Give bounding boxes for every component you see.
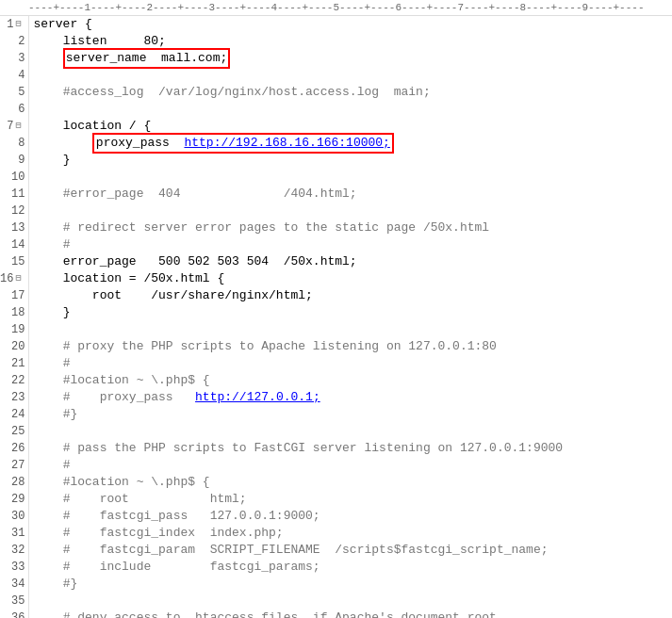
code-line: } bbox=[33, 304, 672, 321]
indent bbox=[33, 491, 62, 508]
code-token: root /usr/share/nginx/html; bbox=[92, 287, 313, 304]
indent bbox=[33, 118, 62, 135]
code-token: # pass the PHP scripts to FastCGI server… bbox=[63, 440, 564, 457]
code-line: # deny access to .htaccess files, if Apa… bbox=[33, 610, 672, 618]
code-token: http://192.168.16.166:10000; bbox=[184, 135, 389, 152]
code-token: } bbox=[63, 304, 71, 321]
line-number: 11 bbox=[0, 186, 28, 203]
code-token: # fastcgi_param SCRIPT_FILENAME /scripts… bbox=[63, 542, 549, 559]
code-token: #} bbox=[63, 576, 78, 593]
fold-icon[interactable]: ⊟ bbox=[15, 16, 25, 33]
code-token: # bbox=[63, 236, 71, 253]
line-num-label: 10 bbox=[11, 169, 25, 186]
indent bbox=[33, 236, 62, 253]
code-content: server { listen 80; server_name mall.com… bbox=[29, 16, 672, 618]
line-num-label: 8 bbox=[18, 135, 25, 152]
code-token: #} bbox=[63, 406, 78, 423]
code-token: # bbox=[63, 355, 71, 372]
line-numbers: 1⊟234567⊟8910111213141516⊟17181920212223… bbox=[0, 16, 29, 618]
code-token: server_name bbox=[66, 50, 147, 67]
code-token: # proxy the PHP scripts to Apache listen… bbox=[63, 338, 497, 355]
code-token: # deny access to .htaccess files, if Apa… bbox=[63, 610, 497, 618]
line-num-label: 21 bbox=[11, 355, 25, 372]
line-number: 3 bbox=[0, 50, 28, 67]
code-line: server_name mall.com; bbox=[33, 50, 672, 67]
code-token: location = /50x.html { bbox=[63, 270, 225, 287]
code-line: # proxy_pass http://127.0.0.1; bbox=[33, 389, 672, 406]
indent bbox=[33, 525, 62, 542]
code-line bbox=[33, 203, 672, 220]
code-line: #} bbox=[33, 576, 672, 593]
line-num-label: 9 bbox=[18, 152, 25, 169]
indent bbox=[33, 474, 62, 491]
code-line: # redirect server error pages to the sta… bbox=[33, 220, 672, 236]
line-num-label: 15 bbox=[11, 253, 25, 270]
line-number: 16⊟ bbox=[0, 270, 28, 287]
line-num-label: 36 bbox=[11, 610, 25, 618]
line-num-label: 33 bbox=[11, 559, 25, 576]
code-token: error_page 500 502 503 504 /50x.html; bbox=[63, 253, 357, 270]
indent bbox=[33, 84, 62, 101]
code-line bbox=[33, 321, 672, 338]
fold-icon[interactable]: ⊟ bbox=[15, 270, 25, 287]
line-num-label: 22 bbox=[11, 372, 25, 389]
indent bbox=[33, 389, 62, 406]
code-token: http://127.0.0.1; bbox=[195, 389, 320, 406]
code-token: #access_log /var/log/nginx/host.access.l… bbox=[63, 84, 431, 101]
code-line: #location ~ \.php$ { bbox=[33, 474, 672, 491]
line-num-label: 11 bbox=[11, 186, 25, 203]
line-num-label: 27 bbox=[11, 457, 25, 474]
line-number: 12 bbox=[0, 203, 28, 220]
line-number: 2 bbox=[0, 33, 28, 50]
code-token: mall.com; bbox=[146, 50, 227, 67]
line-num-label: 13 bbox=[11, 220, 25, 236]
code-line: # root html; bbox=[33, 491, 672, 508]
code-token: server bbox=[33, 16, 77, 33]
indent bbox=[33, 406, 62, 423]
line-num-label: 7 bbox=[7, 118, 13, 135]
line-number: 28 bbox=[0, 474, 28, 491]
line-number: 32 bbox=[0, 542, 28, 559]
line-num-label: 6 bbox=[18, 101, 25, 118]
indent bbox=[33, 186, 62, 203]
indent bbox=[33, 33, 62, 50]
indent bbox=[33, 457, 62, 474]
line-num-label: 23 bbox=[11, 389, 25, 406]
line-num-label: 32 bbox=[11, 542, 25, 559]
code-token: # fastcgi_index index.php; bbox=[63, 525, 284, 542]
code-token: proxy_pass bbox=[96, 135, 185, 152]
code-line: error_page 500 502 503 504 /50x.html; bbox=[33, 253, 672, 270]
code-line: location = /50x.html { bbox=[33, 270, 672, 287]
code-token: #error_page 404 /404.html; bbox=[63, 186, 357, 203]
line-number: 18 bbox=[0, 304, 28, 321]
code-token: #location ~ \.php$ { bbox=[63, 372, 210, 389]
line-number: 7⊟ bbox=[0, 118, 28, 135]
line-number: 23 bbox=[0, 389, 28, 406]
indent bbox=[33, 355, 62, 372]
line-number: 36 bbox=[0, 610, 28, 618]
code-line: # fastcgi_param SCRIPT_FILENAME /scripts… bbox=[33, 542, 672, 559]
code-area: 1⊟234567⊟8910111213141516⊟17181920212223… bbox=[0, 16, 672, 618]
code-line: # fastcgi_index index.php; bbox=[33, 525, 672, 542]
fold-icon[interactable]: ⊟ bbox=[15, 118, 25, 135]
code-line: # bbox=[33, 355, 672, 372]
line-number: 25 bbox=[0, 423, 28, 440]
code-line: # pass the PHP scripts to FastCGI server… bbox=[33, 440, 672, 457]
line-number: 35 bbox=[0, 593, 28, 610]
code-token: # root html; bbox=[63, 491, 247, 508]
code-line: } bbox=[33, 152, 672, 169]
code-token: # bbox=[63, 457, 71, 474]
line-number: 31 bbox=[0, 525, 28, 542]
line-number: 22 bbox=[0, 372, 28, 389]
line-num-label: 34 bbox=[11, 576, 25, 593]
code-token: { bbox=[77, 16, 92, 33]
line-number: 17 bbox=[0, 287, 28, 304]
line-number: 26 bbox=[0, 440, 28, 457]
line-number: 27 bbox=[0, 457, 28, 474]
code-line: server { bbox=[33, 16, 672, 33]
code-line: #error_page 404 /404.html; bbox=[33, 186, 672, 203]
line-num-label: 5 bbox=[18, 84, 25, 101]
editor: ----+----1----+----2----+----3----+----4… bbox=[0, 0, 672, 618]
line-number: 29 bbox=[0, 491, 28, 508]
indent bbox=[33, 50, 62, 67]
